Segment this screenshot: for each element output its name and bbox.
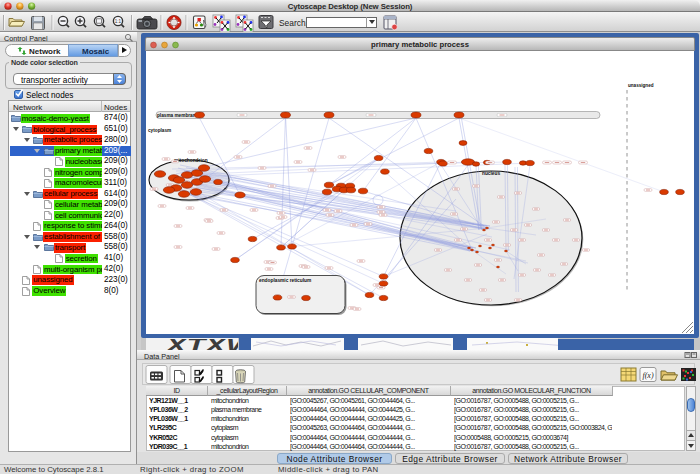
svg-text:f(x): f(x) — [642, 371, 653, 380]
